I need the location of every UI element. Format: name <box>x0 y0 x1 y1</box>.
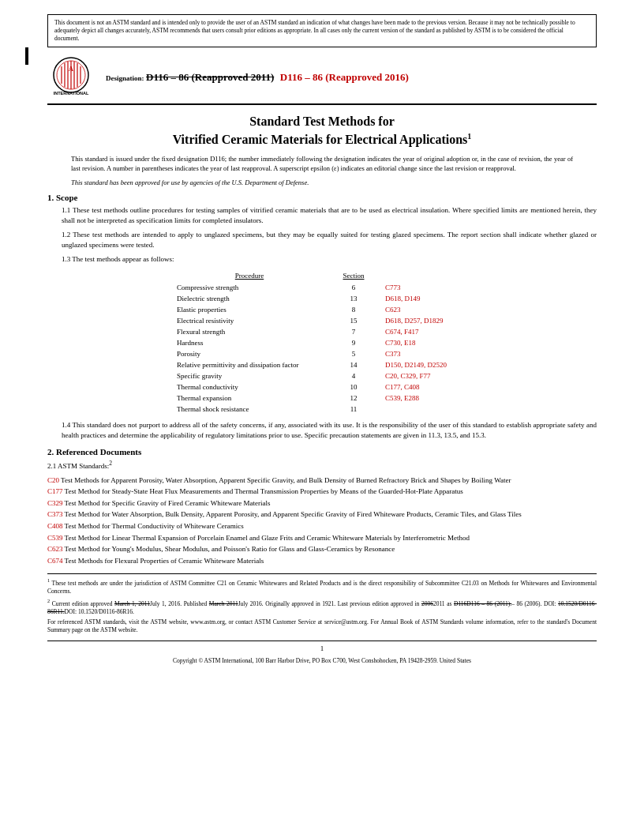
disclaimer-box: This document is not an ASTM standard an… <box>47 14 597 47</box>
procedure-name: Thermal conductivity <box>170 382 328 392</box>
table-row: Flexural strength 7 C674, F417 <box>170 327 474 336</box>
procedure-ref: C623 <box>379 305 474 314</box>
procedure-name: Thermal expansion <box>170 393 328 403</box>
procedure-name: Relative permittivity and dissipation fa… <box>170 360 328 370</box>
procedure-ref: C177, C408 <box>379 382 474 392</box>
ref-text: Test Methods for Apparent Porosity, Wate… <box>61 476 511 484</box>
procedure-name: Elastic properties <box>170 305 328 314</box>
procedures-table: Procedure Section Compressive strength 6… <box>169 270 475 415</box>
section2-p1: 2.1 ASTM Standards:2 <box>47 460 597 471</box>
ref-code: C177 <box>47 487 63 495</box>
procedure-section: 9 <box>330 338 377 348</box>
list-item: C674 Test Methods for Flexural Propertie… <box>47 556 597 566</box>
designation-block: Designation: D116 – 86 (Reapproved 2011)… <box>106 71 597 84</box>
copyright-footer: Copyright © ASTM International, 100 Barr… <box>47 657 597 664</box>
table-row: Hardness 9 C730, E18 <box>170 338 474 348</box>
ref-header <box>379 272 474 281</box>
procedure-ref: C730, E18 <box>379 338 474 348</box>
footnote2: 2 Current edition approved March 1, 2011… <box>47 598 597 616</box>
section1-p2: 1.2 These test methods are intended to a… <box>62 230 597 250</box>
table-row: Dielectric strength 13 D618, D149 <box>170 294 474 303</box>
section1-p3: 1.3 The test methods appear as follows: <box>62 254 597 265</box>
document-title: Standard Test Methods for Vitrified Cera… <box>47 113 597 148</box>
table-row: Thermal expansion 12 C539, E288 <box>170 393 474 403</box>
procedure-ref: C373 <box>379 349 474 359</box>
ref-text: Test Method for Linear Thermal Expansion… <box>65 534 470 542</box>
table-row: Porosity 5 C373 <box>170 349 474 359</box>
table-row: Electrical resistivity 15 D618, D257, D1… <box>170 316 474 325</box>
table-row: Thermal shock resistance 11 <box>170 404 474 414</box>
list-item: C373 Test Method for Water Absorption, B… <box>47 509 597 520</box>
footnote1: 1 These test methods are under the juris… <box>47 577 597 595</box>
procedure-ref: D150, D2149, D2520 <box>379 360 474 370</box>
sidebar-line <box>25 47 28 65</box>
procedure-ref: D618, D149 <box>379 294 474 303</box>
footer-notes: 1 These test methods are under the juris… <box>47 573 597 634</box>
ref-code: C329 <box>47 499 63 507</box>
ref-text: Test Method for Water Absorption, Bulk D… <box>65 510 522 518</box>
table-row: Relative permittivity and dissipation fa… <box>170 360 474 370</box>
header-row: A INTERNATIONAL Designation: D116 – 86 (… <box>47 55 597 105</box>
section1-title: 1. Scope <box>47 193 597 202</box>
procedure-section: 4 <box>330 371 377 381</box>
ref-code: C20 <box>47 476 59 484</box>
ref-text: Test Method for Specific Gravity of Fire… <box>65 499 271 507</box>
procedure-name: Hardness <box>170 338 328 348</box>
disclaimer-text: This document is not an ASTM standard an… <box>54 19 575 42</box>
ref-text: Test Methods for Flexural Properties of … <box>65 557 264 565</box>
section-header: Section <box>330 272 377 281</box>
procedure-section: 13 <box>330 294 377 303</box>
svg-text:INTERNATIONAL: INTERNATIONAL <box>54 91 89 96</box>
ref-code: C373 <box>47 510 63 518</box>
procedure-section: 15 <box>330 316 377 325</box>
procedure-section: 14 <box>330 360 377 370</box>
procedure-ref: D618, D257, D1829 <box>379 316 474 325</box>
procedure-name: Porosity <box>170 349 328 359</box>
list-item: C177 Test Method for Steady-State Heat F… <box>47 486 597 497</box>
list-item: C539 Test Method for Linear Thermal Expa… <box>47 533 597 543</box>
procedure-name: Dielectric strength <box>170 294 328 303</box>
section1-p4: 1.4 This standard does not purport to ad… <box>62 420 597 441</box>
section2-title: 2. Referenced Documents <box>47 447 597 456</box>
references-list: C20 Test Methods for Apparent Porosity, … <box>47 475 597 566</box>
procedure-section: 10 <box>330 382 377 392</box>
procedure-section: 12 <box>330 393 377 403</box>
ref-text: Test Method for Steady-State Heat Flux M… <box>65 487 463 495</box>
procedure-name: Thermal shock resistance <box>170 404 328 414</box>
title-section: Standard Test Methods for Vitrified Cera… <box>47 113 597 148</box>
standard-note: This standard is issued under the fixed … <box>71 155 573 174</box>
ref-code: C408 <box>47 522 63 530</box>
procedure-header: Procedure <box>170 272 328 281</box>
list-item: C20 Test Methods for Apparent Porosity, … <box>47 475 597 486</box>
italic-note: This standard has been approved for use … <box>71 178 573 186</box>
procedure-section: 6 <box>330 283 377 292</box>
ref-text: Test Method for Young's Modulus, Shear M… <box>65 545 395 553</box>
ref-code: C674 <box>47 557 63 565</box>
designation-label: Designation: <box>106 74 144 82</box>
procedure-name: Flexural strength <box>170 327 328 336</box>
procedure-ref: C674, F417 <box>379 327 474 336</box>
procedure-ref: C539, E288 <box>379 393 474 403</box>
ref-code: C539 <box>47 534 63 542</box>
ref-text: Test Method for Thermal Conductivity of … <box>65 522 244 530</box>
procedure-section: 7 <box>330 327 377 336</box>
list-item: C329 Test Method for Specific Gravity of… <box>47 498 597 509</box>
procedure-name: Compressive strength <box>170 283 328 292</box>
table-row: Specific gravity 4 C20, C329, F77 <box>170 371 474 381</box>
procedure-section: 5 <box>330 349 377 359</box>
ref-code: C623 <box>47 545 63 553</box>
table-row: Compressive strength 6 C773 <box>170 283 474 292</box>
section1-p1: 1.1 These test methods outline procedure… <box>62 205 597 226</box>
footnote3: For referenced ASTM standards, visit the… <box>47 618 597 634</box>
designation-new: D116 – 86 (Reapproved 2016) <box>280 71 409 83</box>
table-row: Elastic properties 8 C623 <box>170 305 474 314</box>
procedure-ref: C20, C329, F77 <box>379 371 474 381</box>
list-item: C408 Test Method for Thermal Conductivit… <box>47 521 597 532</box>
procedure-ref <box>379 404 474 414</box>
procedure-section: 8 <box>330 305 377 314</box>
procedure-section: 11 <box>330 404 377 414</box>
procedure-name: Electrical resistivity <box>170 316 328 325</box>
table-row: Thermal conductivity 10 C177, C408 <box>170 382 474 392</box>
designation-old: D116 – 86 (Reapproved 2011) <box>146 71 274 83</box>
procedure-ref: C773 <box>379 283 474 292</box>
